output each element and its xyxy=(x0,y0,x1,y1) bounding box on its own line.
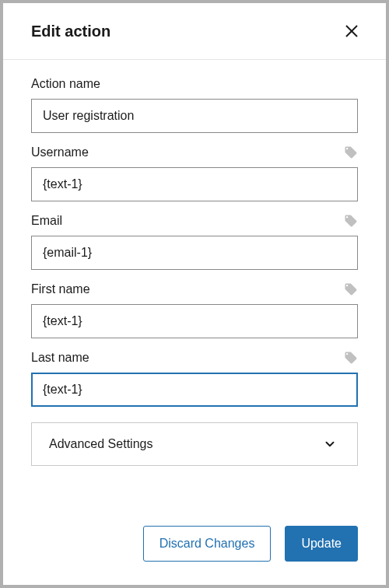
first-name-input[interactable] xyxy=(31,304,358,338)
first-name-field: First name xyxy=(31,281,358,338)
panel-header: Edit action xyxy=(3,3,386,60)
tag-icon[interactable] xyxy=(344,282,358,296)
chevron-down-icon xyxy=(323,437,337,451)
username-input[interactable] xyxy=(31,167,358,201)
email-input[interactable] xyxy=(31,236,358,270)
discard-changes-button[interactable]: Discard Changes xyxy=(143,526,272,562)
email-field: Email xyxy=(31,212,358,270)
edit-action-panel: Edit action Action name Username Email xyxy=(3,3,386,585)
close-button[interactable] xyxy=(341,20,363,42)
username-field: Username xyxy=(31,144,358,201)
action-name-input[interactable] xyxy=(31,99,358,133)
first-name-label: First name xyxy=(31,282,90,296)
advanced-settings-label: Advanced Settings xyxy=(49,437,152,451)
tag-icon[interactable] xyxy=(344,145,358,159)
email-label: Email xyxy=(31,214,62,228)
last-name-field: Last name xyxy=(31,349,358,407)
tag-icon[interactable] xyxy=(344,351,358,365)
action-name-label: Action name xyxy=(31,77,100,91)
advanced-settings-accordion[interactable]: Advanced Settings xyxy=(31,422,358,466)
panel-footer: Discard Changes Update xyxy=(3,506,386,585)
action-name-field: Action name xyxy=(31,75,358,133)
username-label: Username xyxy=(31,145,89,159)
close-icon xyxy=(345,24,359,38)
update-button[interactable]: Update xyxy=(285,526,358,562)
panel-title: Edit action xyxy=(31,23,110,40)
last-name-label: Last name xyxy=(31,351,89,365)
panel-body: Action name Username Email xyxy=(3,60,386,506)
tag-icon[interactable] xyxy=(344,214,358,228)
last-name-input[interactable] xyxy=(31,373,358,407)
